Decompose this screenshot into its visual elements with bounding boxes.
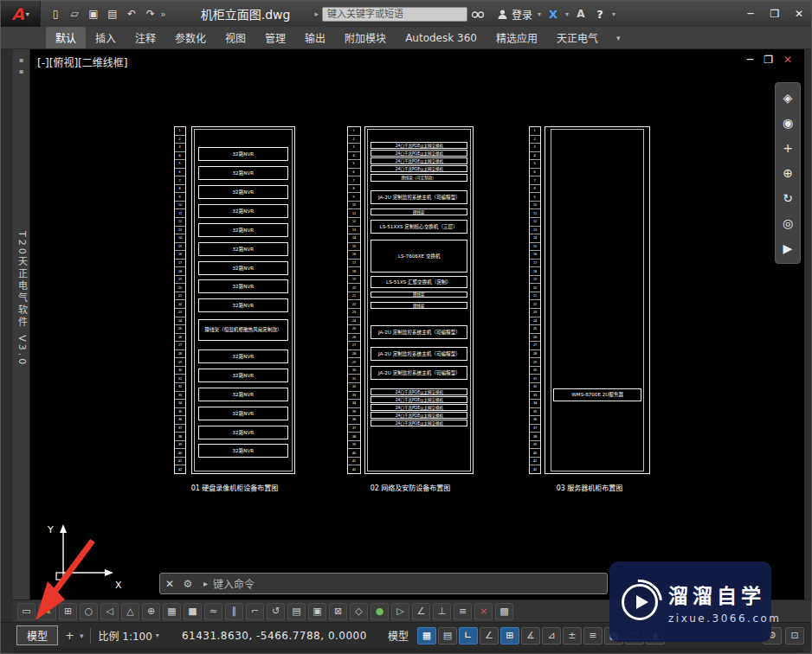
rack-slot: 24口千兆POE以太网交换机 — [371, 420, 467, 426]
save-icon[interactable]: ▣ — [86, 6, 101, 22]
ribbon-tab-7[interactable]: 输出 — [295, 27, 335, 48]
doc-close-button[interactable]: ✕ — [783, 54, 792, 66]
clean-screen-icon[interactable]: ⊡ — [785, 627, 804, 644]
dock-grip-icon[interactable]: ▪ — [19, 67, 23, 75]
command-close-icon[interactable]: ✕ — [160, 578, 179, 590]
search-collapse-icon[interactable]: ▸ — [314, 10, 319, 18]
orbit-icon[interactable]: ↻ — [779, 189, 796, 207]
triangle-icon[interactable]: △ — [121, 603, 139, 620]
pencil-icon[interactable]: ✎ — [38, 603, 56, 620]
sign-in-button[interactable]: 登录 — [497, 7, 532, 22]
close-button[interactable]: ✕ — [787, 3, 811, 25]
ribbon-tab-6[interactable]: 管理 — [255, 27, 295, 48]
erase-icon[interactable]: ⊠ — [329, 603, 347, 620]
circle-icon[interactable]: ○ — [80, 603, 98, 620]
binoculars-search-icon[interactable] — [471, 6, 485, 22]
chevron-down-icon[interactable]: ▾ — [538, 10, 541, 18]
square-icon[interactable]: ■ — [184, 603, 202, 620]
dynamic-input-icon[interactable]: ± — [563, 627, 582, 644]
showmotion-icon[interactable]: ▶ — [779, 240, 796, 257]
model-space-toggle[interactable]: 模型 — [388, 628, 409, 643]
angle-icon[interactable]: ∠ — [412, 603, 430, 620]
ribbon-tab-10[interactable]: 精选应用 — [487, 27, 547, 48]
rack-slot: 32路NVR — [198, 185, 288, 199]
ribbon-tab-4[interactable]: 参数化 — [165, 27, 216, 48]
new-file-icon[interactable]: ▯ — [48, 6, 63, 22]
otrack-icon[interactable]: ∡ — [521, 627, 540, 644]
chevron-down-icon[interactable]: ▾ — [80, 632, 84, 640]
ribbon-tab-1[interactable]: 默认 — [46, 27, 86, 48]
zoom-plus-icon[interactable]: ⊕ — [142, 603, 160, 620]
new-layout-button[interactable]: + — [65, 629, 74, 642]
dot-icon[interactable]: ● — [371, 603, 389, 620]
zoom-icon[interactable]: ⊕ — [779, 164, 796, 182]
dock-title: T20天正电气软件 V3.0 — [15, 231, 29, 367]
dock-grips: ▪▪ — [19, 56, 23, 75]
grid-display-icon[interactable]: ▦ — [417, 627, 436, 644]
ribbon-tab-8[interactable]: 附加模块 — [335, 27, 396, 48]
dynamic-ucs-icon[interactable]: ⊿ — [542, 627, 561, 644]
ribbon-state-icon[interactable]: ▾ — [616, 34, 621, 42]
undo-icon[interactable]: ↶ — [124, 6, 139, 22]
scale-label: 比例 1:100 — [98, 628, 151, 643]
minimize-button[interactable]: ─ — [738, 3, 763, 25]
annotation-scale-button[interactable]: 比例 1:100 ▾ — [98, 628, 158, 643]
ribbon-tab-3[interactable]: 注释 — [126, 27, 165, 48]
chevron-down-icon: ▾ — [156, 632, 159, 639]
hatch-icon[interactable]: ▤ — [287, 603, 306, 620]
wave-icon[interactable]: ≈ — [204, 603, 222, 620]
rack-slot: 32路NVR — [198, 388, 288, 401]
close-x-icon[interactable]: × — [474, 603, 493, 620]
parallel-lines-icon[interactable]: ∥ — [225, 603, 243, 620]
viewport-controls[interactable]: [-][俯视][二维线框] — [37, 54, 127, 69]
rack-slot: 理线架 — [371, 292, 467, 298]
corner-icon[interactable]: ⌐ — [246, 603, 264, 620]
grid-plus-icon[interactable]: ⊞ — [59, 603, 77, 620]
play-icon[interactable]: ▷ — [391, 603, 409, 620]
search-input[interactable]: 键入关键字或短语 — [322, 7, 467, 22]
ribbon-tab-11[interactable]: 天正电气 — [547, 27, 608, 48]
triangle-left-icon[interactable]: ◁ — [100, 603, 119, 620]
app-menu-button[interactable]: A ▾ — [1, 1, 41, 27]
open-file-icon[interactable]: ▱ — [67, 6, 82, 22]
perpendicular-icon[interactable]: ⊥ — [433, 603, 451, 620]
rectangle-icon[interactable]: ▭ — [17, 603, 35, 620]
polar-tracking-icon[interactable]: ∠ — [480, 627, 499, 644]
snap-mode-icon[interactable]: ▤ — [438, 627, 457, 644]
layers-icon[interactable]: ▣ — [308, 603, 326, 620]
help-icon[interactable]: ? — [593, 7, 607, 21]
plot-icon[interactable]: ▤ — [105, 6, 120, 22]
navigation-wheel-icon[interactable]: ◉ — [779, 114, 796, 131]
drawing-canvas[interactable]: [-][俯视][二维线框] ─ ❐ ✕ 12345678910111213141… — [30, 49, 804, 600]
grid-icon[interactable]: ▦ — [163, 603, 181, 620]
ribbon-tab-5[interactable]: 视图 — [216, 27, 255, 48]
chevron-down-icon[interactable]: ▾ — [565, 10, 569, 18]
lineweight-display-icon[interactable]: ≡ — [583, 627, 603, 644]
redo-icon[interactable]: ↷ — [143, 6, 158, 22]
restore-button[interactable]: ❐ — [763, 3, 787, 25]
rack-unit-numbers: 1234567891011121314151617181920212223242… — [174, 126, 186, 474]
doc-minimize-button[interactable]: ─ — [747, 54, 753, 66]
viewcube-icon[interactable]: ◈ — [779, 89, 796, 106]
coordinates-readout[interactable]: 61431.8630, -5466.7788, 0.0000 — [182, 630, 367, 642]
lineweight-icon[interactable]: ≡ — [454, 603, 472, 620]
a360-icon[interactable]: A — [574, 7, 588, 21]
rotate-ccw-icon[interactable]: ↺ — [267, 603, 285, 620]
osnap-icon[interactable]: ⊞ — [500, 627, 519, 644]
exchange-apps-icon[interactable]: X — [546, 7, 560, 21]
command-customize-icon[interactable]: ⚙ — [179, 578, 197, 590]
model-layout-tab[interactable]: 模型 — [16, 625, 58, 645]
divider — [90, 628, 91, 644]
qat-overflow-icon[interactable]: » — [160, 9, 166, 20]
ortho-mode-icon[interactable]: ∟ — [459, 627, 478, 644]
doc-restore-button[interactable]: ❐ — [764, 54, 773, 66]
chevron-down-icon[interactable]: ▾ — [612, 10, 615, 18]
steering-wheel-icon[interactable]: ◎ — [779, 215, 796, 232]
dock-grip-icon[interactable]: ▪ — [19, 56, 23, 64]
hatch-dense-icon[interactable]: ▩ — [495, 603, 513, 620]
diamond-icon[interactable]: ◇ — [350, 603, 368, 620]
pan-icon[interactable]: + — [779, 139, 796, 157]
ribbon-tab-9[interactable]: Autodesk 360 — [396, 29, 487, 48]
ribbon-tab-2[interactable]: 插入 — [86, 27, 126, 48]
command-input[interactable]: 键入命令 — [213, 576, 607, 591]
